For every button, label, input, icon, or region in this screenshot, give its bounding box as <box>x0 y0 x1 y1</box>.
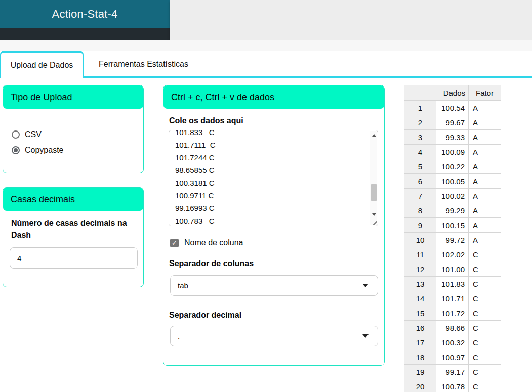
fator-cell: A <box>469 189 501 203</box>
dados-cell: 99.29 <box>436 203 469 218</box>
fator-cell: C <box>469 365 501 379</box>
table-row: 19 99.17 C <box>404 365 501 379</box>
radio-label: CSV <box>25 130 42 139</box>
tab-ferramentas-estatisticas[interactable]: Ferramentas Estatísticas <box>84 51 203 78</box>
decimals-input-label: Número de casas decimais na Dash <box>3 211 143 241</box>
fator-cell: C <box>469 321 501 335</box>
dados-cell: 100.32 <box>436 335 469 350</box>
fator-cell: A <box>469 115 501 130</box>
row-number-cell: 15 <box>404 306 436 321</box>
checkbox-checked-icon[interactable]: ✓ <box>170 239 179 247</box>
table-row: 20 100.78 C <box>404 379 501 392</box>
tab-upload-de-dados[interactable]: Upload de Dados <box>0 51 84 78</box>
column-name-checkbox-row[interactable]: ✓ Nome de coluna <box>170 238 243 247</box>
row-number-cell: 2 <box>404 115 436 130</box>
table-row: 6 100.05 A <box>404 174 501 189</box>
dados-cell: 100.05 <box>436 174 469 189</box>
dados-cell: 100.15 <box>436 218 469 233</box>
dados-cell: 100.09 <box>436 145 469 159</box>
upload-type-radio-group: CSV Copypaste <box>3 109 143 155</box>
dados-cell: 101.71 <box>436 291 469 306</box>
table-row: 18 100.97 C <box>404 350 501 365</box>
column-separator-label: Separador de colunas <box>169 257 254 270</box>
decimals-panel-header: Casas decimais <box>3 188 143 211</box>
tab-label: Upload de Dados <box>11 61 73 70</box>
dados-cell: 101.72 <box>436 306 469 321</box>
table-row: 4 100.09 A <box>404 145 501 159</box>
fator-cell: C <box>469 350 501 365</box>
fator-cell: A <box>469 101 501 115</box>
dados-cell: 101.83 <box>436 277 469 291</box>
dados-cell: 100.97 <box>436 350 469 365</box>
fator-cell: A <box>469 233 501 247</box>
fator-cell: C <box>469 379 501 392</box>
table-row: 10 99.72 A <box>404 233 501 247</box>
radio-button-icon[interactable] <box>12 130 20 139</box>
fator-cell: A <box>469 130 501 145</box>
table-body: 1 100.54 A 2 99.67 A 3 99.33 A 4 <box>404 101 501 392</box>
panel-title: Casas decimais <box>11 194 75 205</box>
app-title: Action-Stat-4 <box>52 8 118 21</box>
scrollbar-thumb[interactable] <box>371 184 377 201</box>
row-number-cell: 16 <box>404 321 436 335</box>
radio-option-csv[interactable]: CSV <box>12 130 143 139</box>
fator-cell: C <box>469 291 501 306</box>
row-number-cell: 19 <box>404 365 436 379</box>
table-row: 12 101.00 C <box>404 262 501 277</box>
fator-cell: A <box>469 145 501 159</box>
upload-type-panel: Tipo de Upload CSV Copypaste <box>3 85 144 173</box>
radio-option-copypaste[interactable]: Copypaste <box>12 146 143 155</box>
table-row: 8 99.29 A <box>404 203 501 218</box>
table-row: 13 101.83 C <box>404 277 501 291</box>
row-number-cell: 6 <box>404 174 436 189</box>
decimal-separator-label: Separador decimal <box>169 309 241 321</box>
fator-cell: A <box>469 159 501 174</box>
row-number-cell: 11 <box>404 247 436 262</box>
row-number-cell: 14 <box>404 291 436 306</box>
dados-cell: 98.66 <box>436 321 469 335</box>
table-row: 1 100.54 A <box>404 101 501 115</box>
paste-data-textarea[interactable]: 101.833 C 101.7111 C 101.7244 C 98.65855… <box>169 130 378 226</box>
dados-cell: 100.02 <box>436 189 469 203</box>
decimal-separator-select[interactable]: . <box>170 326 378 346</box>
table-header-row: Dados Fator <box>404 85 501 101</box>
table-row: 15 101.72 C <box>404 306 501 321</box>
radio-button-selected-icon[interactable] <box>12 146 20 154</box>
selected-value: . <box>178 332 180 340</box>
scroll-down-icon[interactable] <box>370 211 378 218</box>
row-number-cell: 5 <box>404 159 436 174</box>
data-table: Dados Fator 1 100.54 A 2 99.67 A 3 <box>404 85 501 392</box>
fator-cell: A <box>469 218 501 233</box>
row-number-cell: 8 <box>404 203 436 218</box>
tab-label: Ferramentas Estatísticas <box>99 60 188 69</box>
paste-textarea-label: Cole os dados aqui <box>169 115 243 127</box>
table-row: 17 100.32 C <box>404 335 501 350</box>
panel-title: Tipo de Upload <box>11 92 72 103</box>
textarea-scrollbar[interactable] <box>370 131 377 225</box>
table-row: 11 102.02 C <box>404 247 501 262</box>
table-row: 5 100.22 A <box>404 159 501 174</box>
chevron-down-icon <box>362 284 369 287</box>
dados-cell: 101.00 <box>436 262 469 277</box>
dados-cell: 99.17 <box>436 365 469 379</box>
radio-label: Copypaste <box>25 146 64 155</box>
decimals-input[interactable] <box>10 247 138 269</box>
table-row: 7 100.02 A <box>404 189 501 203</box>
row-number-cell: 3 <box>404 130 436 145</box>
row-number-cell: 1 <box>404 101 436 115</box>
paste-data-panel: Ctrl + c, Ctrl + v de dados Cole os dado… <box>163 85 385 366</box>
column-header-rownum <box>404 85 436 101</box>
column-separator-select[interactable]: tab <box>170 275 378 296</box>
textarea-content: 101.833 C 101.7111 C 101.7244 C 98.65855… <box>169 130 378 226</box>
decimals-panel: Casas decimais Número de casas decimais … <box>3 187 144 287</box>
fator-cell: C <box>469 262 501 277</box>
fator-cell: C <box>469 335 501 350</box>
dados-cell: 99.67 <box>436 115 469 130</box>
dados-cell: 99.72 <box>436 233 469 247</box>
row-number-cell: 13 <box>404 277 436 291</box>
column-header-dados: Dados <box>436 85 469 101</box>
row-number-cell: 7 <box>404 189 436 203</box>
row-number-cell: 9 <box>404 218 436 233</box>
upload-type-panel-header: Tipo de Upload <box>3 85 143 109</box>
scroll-up-icon[interactable] <box>370 132 378 139</box>
